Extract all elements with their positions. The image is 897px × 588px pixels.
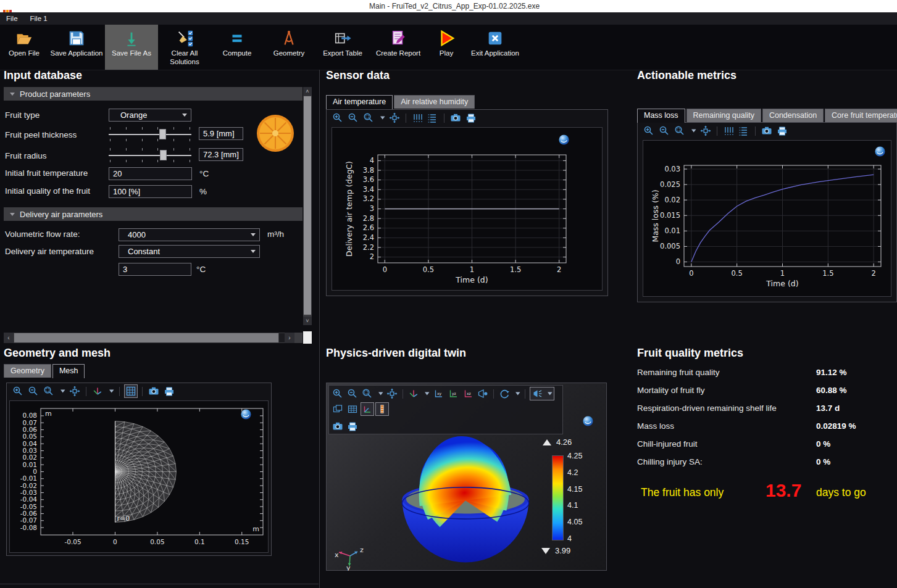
vertical-scrollbar[interactable]: ˄ ˅ [303, 87, 312, 325]
show-color-legend-icon[interactable] [376, 403, 388, 415]
exit-application-button[interactable]: Exit Application [467, 25, 524, 70]
play-button[interactable]: Play [426, 25, 467, 70]
y-axis-grid-icon[interactable] [738, 125, 750, 137]
zoom-box-icon[interactable] [362, 112, 375, 124]
zoom-in-icon[interactable] [332, 387, 344, 400]
chevron-down-icon[interactable] [378, 112, 385, 124]
product-parameters-header[interactable]: Product parameters [4, 87, 302, 101]
scroll-left-icon[interactable]: ‹ [4, 333, 14, 343]
tab-mass-loss[interactable]: Mass loss [637, 109, 685, 123]
tab-air-temperature[interactable]: Air temperature [326, 95, 393, 109]
print-icon[interactable] [776, 125, 788, 137]
zoom-in-icon[interactable] [332, 112, 344, 124]
chevron-down-icon[interactable] [689, 125, 696, 137]
view-xz-plane-icon[interactable] [462, 387, 474, 400]
axis-orientation-icon[interactable] [407, 387, 420, 400]
delivery-air-temperature-select[interactable]: Constant [119, 245, 260, 258]
initial-fruit-temperature-unit: °C [199, 169, 209, 178]
zoom-out-icon[interactable] [658, 125, 670, 137]
menu-file[interactable]: File [0, 12, 24, 25]
x-axis-grid-icon[interactable] [411, 112, 423, 124]
scroll-up-icon[interactable]: ˄ [303, 87, 312, 96]
horizontal-scroll-thumb[interactable] [14, 333, 278, 342]
axis-orientation-icon[interactable] [91, 385, 104, 397]
y-axis-grid-icon[interactable] [427, 112, 439, 124]
show-grid-icon[interactable] [346, 403, 359, 415]
zoom-in-icon[interactable] [12, 385, 24, 397]
delivery-air-temperature-value-input[interactable] [119, 263, 191, 276]
chevron-down-icon[interactable] [58, 385, 65, 397]
tab-remaining-quality[interactable]: Remaining quality [686, 109, 761, 122]
environment-scene-icon[interactable] [332, 403, 344, 415]
zoom-extents-icon[interactable] [386, 387, 398, 400]
vertical-scroll-thumb[interactable] [304, 96, 311, 315]
initial-fruit-temperature-input[interactable] [109, 167, 192, 180]
tab-condensation[interactable]: Condensation [762, 109, 824, 122]
geometry-button[interactable]: Geometry [263, 25, 315, 70]
input-database-title: Input database [4, 69, 82, 82]
show-grid-icon[interactable] [125, 385, 137, 397]
save-application-button[interactable]: Save Application [48, 25, 105, 70]
slider-handle[interactable] [160, 150, 167, 160]
fruit-radius-slider[interactable] [109, 148, 191, 163]
mass-loss-plot-canvas[interactable]: 00.511.5200.0050.010.0150.020.0250.03Tim… [643, 140, 891, 297]
export-table-button[interactable]: Export Table [315, 25, 370, 70]
zoom-extents-icon[interactable] [69, 385, 81, 397]
volumetric-flow-rate-select[interactable]: 4000 [119, 228, 260, 241]
slider-handle[interactable] [159, 129, 166, 139]
create-report-button[interactable]: Create Report [370, 25, 426, 70]
zoom-box-icon[interactable] [361, 387, 373, 400]
view-xy-plane-icon[interactable] [432, 387, 444, 400]
fruit-type-select[interactable]: Orange [109, 109, 191, 122]
chevron-down-icon[interactable] [376, 387, 383, 400]
save-file-as-button[interactable]: Save File As [105, 25, 158, 70]
horizontal-scrollbar[interactable]: ‹ › [4, 333, 302, 343]
snapshot-camera-icon[interactable] [332, 420, 344, 433]
zoom-out-icon[interactable] [346, 387, 359, 400]
fruit-radius-value[interactable]: 72.3 [mm] [199, 148, 243, 161]
perspective-view-icon[interactable] [477, 387, 489, 400]
snapshot-camera-icon[interactable] [449, 112, 462, 124]
chevron-down-icon[interactable] [545, 387, 553, 400]
show-axis-icon[interactable] [361, 403, 373, 415]
digital-twin-panel[interactable]: 4.26 4.254.24.154.14.054 3.99 x y z [326, 383, 607, 571]
fruit-peel-thickness-value[interactable]: 5.9 [mm] [199, 127, 243, 140]
chevron-down-icon[interactable] [107, 385, 114, 397]
scroll-right-icon[interactable]: › [285, 333, 294, 343]
zoom-extents-icon[interactable] [388, 112, 401, 124]
menu-file-1[interactable]: File 1 [24, 12, 54, 25]
metric-label: Remaining fruit quality [637, 368, 720, 377]
tab-core-fruit-temperature[interactable]: Core fruit temperature [825, 109, 897, 122]
snapshot-camera-icon[interactable] [761, 125, 773, 137]
scene-light-icon[interactable] [532, 387, 544, 400]
zoom-box-icon[interactable] [43, 385, 55, 397]
print-icon[interactable] [346, 420, 359, 433]
print-icon[interactable] [465, 112, 477, 124]
x-axis-grid-icon[interactable] [722, 125, 735, 137]
svg-text:0.01: 0.01 [664, 226, 680, 235]
zoom-out-icon[interactable] [27, 385, 40, 397]
chevron-down-icon[interactable] [513, 387, 520, 400]
print-icon[interactable] [163, 385, 175, 397]
sensor-plot-canvas[interactable]: 00.511.5222.22.42.62.833.23.43.63.84Time… [332, 127, 603, 291]
chevron-down-icon[interactable] [422, 387, 430, 400]
view-yz-plane-icon[interactable] [447, 387, 459, 400]
zoom-in-icon[interactable] [643, 125, 655, 137]
delivery-air-parameters-header[interactable]: Delivery air parameters [4, 207, 302, 221]
fruit-peel-thickness-slider[interactable] [109, 127, 191, 142]
tab-mesh[interactable]: Mesh [52, 364, 85, 378]
rotate-view-icon[interactable] [498, 387, 511, 400]
zoom-box-icon[interactable] [674, 125, 686, 137]
snapshot-camera-icon[interactable] [148, 385, 160, 397]
mesh-plot-canvas[interactable]: -0.0500.050.10.150.080.070.060.050.040.0… [9, 400, 269, 553]
scroll-down-icon[interactable]: ˅ [303, 317, 312, 325]
shelf-life-alert-suffix: days to go [816, 486, 866, 499]
initial-quality-input[interactable] [109, 185, 192, 198]
zoom-out-icon[interactable] [347, 112, 359, 124]
compute-button[interactable]: Compute [211, 25, 263, 70]
open-file-button[interactable]: Open File [0, 25, 48, 70]
tab-geometry[interactable]: Geometry [4, 364, 51, 378]
zoom-extents-icon[interactable] [699, 125, 712, 137]
tab-air-relative-humidity[interactable]: Air relative humidity [394, 95, 475, 109]
clear-all-solutions-button[interactable]: Clear All Solutions [158, 25, 211, 70]
